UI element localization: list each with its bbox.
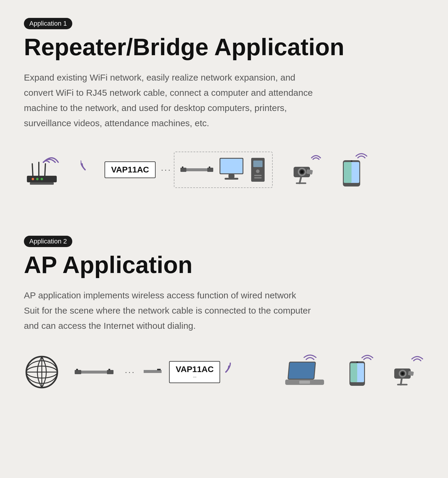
app1-vap-box: VAP11AC [105, 161, 156, 178]
app2-description: AP application implements wireless acces… [24, 288, 314, 333]
svg-rect-9 [186, 168, 207, 171]
svg-line-2 [45, 164, 45, 176]
phone-icon [335, 152, 368, 188]
svg-rect-31 [344, 162, 352, 183]
app2-short-cable [144, 365, 162, 380]
svg-line-27 [300, 177, 301, 183]
svg-rect-12 [209, 166, 210, 168]
app2-vap-box: VAP11AC ··· [169, 361, 220, 383]
svg-point-5 [32, 178, 34, 180]
connector-dots-2: ··· [125, 367, 135, 377]
desktop-tower-icon [250, 156, 266, 183]
svg-point-25 [300, 170, 303, 173]
globe-icon [24, 354, 60, 390]
svg-point-32 [351, 160, 352, 162]
svg-rect-48 [299, 381, 310, 384]
camera-icon [285, 152, 323, 188]
svg-rect-41 [76, 369, 78, 370]
svg-rect-14 [220, 159, 243, 173]
svg-point-6 [36, 178, 39, 180]
phone-icon-2 [343, 354, 373, 390]
ethernet-cable-icon [180, 162, 213, 177]
svg-line-58 [401, 379, 402, 385]
app2-badge: Application 2 [24, 236, 72, 247]
svg-rect-38 [75, 370, 81, 374]
app2-diagram: ··· VAP11AC ··· [24, 348, 424, 396]
svg-point-19 [256, 169, 260, 173]
section-divider [24, 212, 424, 236]
svg-rect-20 [254, 175, 262, 176]
router-icon [24, 153, 63, 186]
app1-diagram: VAP11AC ··· [24, 146, 424, 194]
application-2-section: Application 2 AP Application AP applicat… [24, 236, 424, 396]
wifi-waves-icon [81, 158, 99, 182]
svg-rect-11 [182, 166, 183, 168]
svg-rect-16 [225, 178, 238, 180]
svg-rect-44 [157, 369, 161, 370]
svg-rect-8 [180, 168, 186, 172]
app1-description: Expand existing WiFi network, easily rea… [24, 70, 314, 131]
svg-rect-40 [107, 370, 113, 374]
laptop-icon [284, 354, 329, 390]
app1-device-group [174, 152, 273, 188]
application-1-section: Application 1 Repeater/Bridge Applicatio… [24, 18, 424, 194]
svg-rect-43 [144, 370, 162, 373]
connector-dots-1: ··· [161, 165, 171, 175]
svg-rect-42 [108, 369, 110, 370]
svg-rect-51 [350, 363, 357, 382]
app1-title: Repeater/Bridge Application [24, 34, 424, 60]
svg-rect-15 [228, 174, 234, 178]
camera-icon-2 [388, 354, 424, 390]
monitor-icon [218, 156, 245, 183]
svg-rect-18 [253, 161, 263, 167]
svg-rect-46 [289, 363, 315, 379]
app2-vap-group: VAP11AC ··· [169, 360, 239, 384]
app2-cable-icon [75, 365, 113, 380]
svg-rect-21 [254, 177, 262, 178]
svg-point-7 [41, 178, 43, 180]
app2-title: AP Application [24, 252, 424, 278]
svg-rect-39 [81, 371, 107, 374]
svg-rect-10 [207, 168, 213, 172]
svg-point-56 [401, 372, 404, 375]
svg-point-52 [356, 361, 358, 363]
app1-badge: Application 1 [24, 18, 72, 29]
svg-rect-4 [30, 182, 54, 185]
svg-line-0 [32, 164, 33, 176]
